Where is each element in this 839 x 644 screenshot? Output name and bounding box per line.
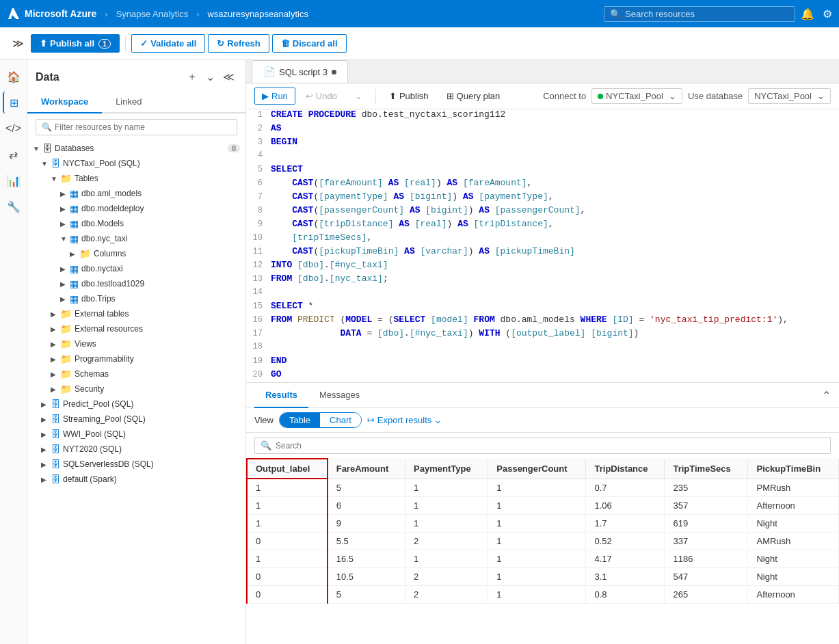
data-panel-icons: ＋ ⌄ ≪ bbox=[184, 68, 237, 85]
table-cell: 5 bbox=[328, 586, 405, 604]
code-content: CAST([fareAmount] AS [real]) AS [fareAmo… bbox=[271, 178, 532, 188]
list-item[interactable]: ▶ 🗄 default (Spark) bbox=[27, 472, 245, 487]
filter-search-input[interactable] bbox=[55, 122, 231, 132]
view-table-option[interactable]: Table bbox=[280, 413, 320, 427]
list-item[interactable]: ▼ ▦ dbo.nyc_taxi bbox=[27, 231, 245, 246]
results-search-input[interactable] bbox=[276, 441, 825, 451]
connect-area: Connect to NYCTaxi_Pool ⌄ Use database N… bbox=[543, 88, 831, 104]
list-item[interactable]: ▶ 📁 Schemas bbox=[27, 366, 245, 381]
db-icon: 🗄 bbox=[51, 474, 60, 485]
table-row: 116.5114.171186Night bbox=[247, 550, 839, 568]
data-icon[interactable]: ⊞ bbox=[3, 92, 25, 113]
list-item[interactable]: ▶ 📁 External tables bbox=[27, 306, 245, 321]
view-chart-option[interactable]: Chart bbox=[320, 413, 361, 427]
table-cell: 5.5 bbox=[328, 533, 405, 550]
list-item[interactable]: ▶ 🗄 Streaming_Pool (SQL) bbox=[27, 412, 245, 427]
integrate-icon[interactable]: ⇄ bbox=[3, 144, 25, 165]
databases-header[interactable]: ▼ 🗄 Databases 8 bbox=[27, 141, 245, 156]
data-panel-title: Data bbox=[36, 71, 59, 83]
breadcrumb-workspace: wsazuresynapseanalytics bbox=[207, 9, 308, 19]
code-content: SELECT * bbox=[271, 301, 313, 311]
list-item[interactable]: ▶ ▦ dbo.Trips bbox=[27, 291, 245, 306]
database-dropdown[interactable]: NYCTaxi_Pool ⌄ bbox=[748, 88, 831, 104]
validate-all-button[interactable]: ✓ Validate all bbox=[131, 34, 205, 53]
home-icon[interactable]: 🏠 bbox=[3, 66, 25, 88]
table-icon: ▦ bbox=[70, 233, 79, 244]
tab-workspace[interactable]: Workspace bbox=[27, 91, 102, 113]
collapse-panel-button[interactable]: ≪ bbox=[220, 68, 237, 85]
list-item[interactable]: ▶ ▦ dbo.modeldeploy bbox=[27, 201, 245, 216]
query-plan-label: Query plan bbox=[457, 91, 501, 101]
list-item[interactable]: ▶ ▦ dbo.nyctaxi bbox=[27, 261, 245, 276]
results-search-icon: 🔍 bbox=[261, 440, 271, 451]
list-item[interactable]: ▶ ▦ dbo.testload1029 bbox=[27, 276, 245, 291]
table-cell: Night bbox=[748, 568, 839, 586]
run-label: Run bbox=[271, 91, 288, 101]
list-item[interactable]: ▶ 📁 Views bbox=[27, 336, 245, 351]
develop-icon[interactable]: </> bbox=[3, 118, 25, 139]
export-button[interactable]: ↦ Export results ⌄ bbox=[367, 415, 442, 425]
expand-arrow: ▶ bbox=[60, 220, 70, 228]
list-item[interactable]: ▶ 🗄 NYT2020 (SQL) bbox=[27, 442, 245, 457]
list-item[interactable]: ▶ 📁 Security bbox=[27, 381, 245, 397]
code-content: FROM [dbo].[nyc_taxi]; bbox=[271, 273, 388, 284]
code-editor[interactable]: 1 CREATE PROCEDURE dbo.test_nyctaxi_scor… bbox=[246, 109, 839, 383]
list-item[interactable]: ▶ 🗄 WWI_Pool (SQL) bbox=[27, 427, 245, 442]
list-item[interactable]: ▼ 🗄 NYCTaxi_Pool (SQL) bbox=[27, 156, 245, 171]
tab-messages[interactable]: Messages bbox=[308, 383, 371, 408]
list-item[interactable]: ▼ 📁 Tables bbox=[27, 171, 245, 186]
results-collapse-button[interactable]: ⌃ bbox=[822, 389, 831, 402]
monitor-icon[interactable]: 📊 bbox=[3, 170, 25, 191]
publish-button[interactable]: ⬆ Publish bbox=[382, 88, 436, 105]
list-item[interactable]: ▶ 🗄 SQLServerlessDB (SQL) bbox=[27, 457, 245, 472]
pool-dropdown[interactable]: NYCTaxi_Pool ⌄ bbox=[591, 88, 682, 104]
tab-linked[interactable]: Linked bbox=[102, 91, 155, 113]
table-cell: 1186 bbox=[665, 550, 748, 568]
databases-count: 8 bbox=[228, 144, 240, 152]
folder-icon: 📁 bbox=[60, 368, 72, 379]
data-panel: Data ＋ ⌄ ≪ Workspace Linked 🔍 ▼ 🗄 Databa… bbox=[27, 60, 246, 644]
table-cell: Afternoon bbox=[748, 497, 839, 515]
sql-script-tab[interactable]: 📄 SQL script 3 bbox=[252, 60, 348, 83]
top-bar: Microsoft Azure › Synapse Analytics › ws… bbox=[0, 0, 839, 27]
code-line: 7 CAST([paymentType] AS [bigint]) AS [pa… bbox=[246, 191, 839, 205]
run-button[interactable]: ▶ Run bbox=[254, 88, 295, 105]
tab-results[interactable]: Results bbox=[254, 383, 308, 408]
publish-badge: 1 bbox=[98, 39, 111, 49]
expand-arrow: ▶ bbox=[41, 401, 51, 408]
code-line: 5 SELECT bbox=[246, 164, 839, 178]
publish-icon: ⬆ bbox=[389, 91, 397, 101]
list-item[interactable]: ▶ 📁 External resources bbox=[27, 321, 245, 336]
manage-icon[interactable]: 🔧 bbox=[3, 196, 25, 217]
search-input[interactable] bbox=[625, 9, 789, 19]
code-line: 1 CREATE PROCEDURE dbo.test_nyctaxi_scor… bbox=[246, 109, 839, 123]
expand-arrow: ▼ bbox=[60, 235, 70, 243]
filter-button[interactable]: ⌄ bbox=[203, 68, 217, 85]
more-button[interactable]: ⌄ bbox=[347, 88, 370, 105]
expand-arrow: ▶ bbox=[51, 310, 60, 318]
list-item[interactable]: ▶ ▦ dbo.Models bbox=[27, 216, 245, 231]
query-plan-button[interactable]: ⊞ Query plan bbox=[439, 88, 508, 105]
add-button[interactable]: ＋ bbox=[184, 68, 200, 85]
line-number: 1 bbox=[246, 110, 271, 120]
script-tab-title: SQL script 3 bbox=[279, 67, 328, 77]
undo-button[interactable]: ↩ Undo bbox=[298, 88, 345, 105]
list-item[interactable]: ▶ 📁 Programmability bbox=[27, 351, 245, 366]
settings-icon[interactable]: ⚙ bbox=[823, 8, 832, 21]
table-cell: 1 bbox=[405, 497, 488, 515]
expand-arrow: ▶ bbox=[60, 280, 70, 288]
notifications-icon[interactable]: 🔔 bbox=[801, 8, 814, 21]
folder-icon: 📁 bbox=[60, 308, 72, 319]
unsaved-dot bbox=[332, 70, 336, 75]
list-item[interactable]: ▶ 📁 Columns bbox=[27, 246, 245, 261]
list-item[interactable]: ▶ 🗄 Predict_Pool (SQL) bbox=[27, 397, 245, 412]
list-item[interactable]: ▶ ▦ dbo.aml_models bbox=[27, 186, 245, 201]
discard-all-button[interactable]: 🗑 Discard all bbox=[272, 34, 347, 53]
export-icon: ↦ bbox=[367, 415, 375, 425]
breadcrumb-synapse[interactable]: Synapse Analytics bbox=[116, 9, 189, 19]
publish-all-button[interactable]: ⬆ Publish all 1 bbox=[31, 34, 120, 53]
refresh-button[interactable]: ↻ Refresh bbox=[208, 34, 269, 53]
collapse-button[interactable]: ≫ bbox=[8, 34, 28, 53]
db-icon: 🗄 bbox=[51, 399, 60, 410]
column-header: TripDistance bbox=[586, 459, 665, 479]
